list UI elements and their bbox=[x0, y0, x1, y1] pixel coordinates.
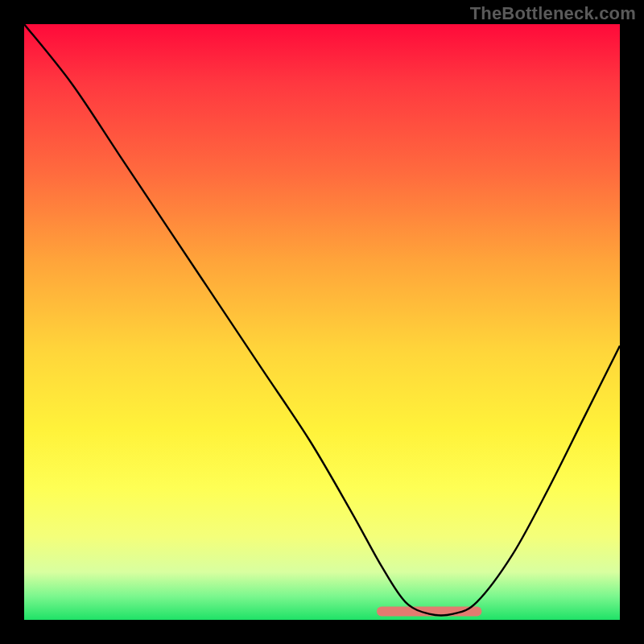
attribution-text: TheBottleneck.com bbox=[470, 3, 636, 24]
chart-frame: TheBottleneck.com bbox=[0, 0, 644, 644]
plot-area bbox=[24, 24, 620, 620]
bottleneck-curve bbox=[24, 24, 620, 615]
curve-layer bbox=[24, 24, 620, 620]
